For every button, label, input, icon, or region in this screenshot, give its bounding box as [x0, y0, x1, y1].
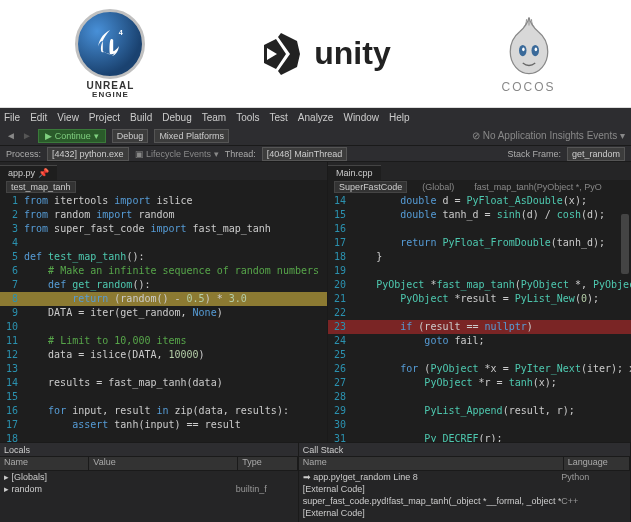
breadcrumb-segment[interactable]: (Global): [417, 181, 459, 193]
code-line[interactable]: 26 for (PyObject *x = PyIter_Next(iter);…: [328, 362, 631, 376]
locals-columns: NameValueType: [0, 457, 298, 471]
tab-app-py[interactable]: app.py 📌: [0, 165, 57, 180]
column-header[interactable]: Language: [564, 457, 630, 470]
menu-build[interactable]: Build: [130, 112, 152, 123]
menu-tools[interactable]: Tools: [236, 112, 259, 123]
breadcrumb-segment[interactable]: SuperFastCode: [334, 181, 407, 193]
callstack-frame[interactable]: super_fast_code.pyd!fast_map_tanh(_objec…: [299, 495, 630, 507]
process-select[interactable]: [4432] python.exe: [47, 147, 129, 161]
code-line[interactable]: 8 return (random() - 0.5) * 3.0: [0, 292, 327, 306]
code-line[interactable]: 16: [328, 222, 631, 236]
code-line[interactable]: 10: [0, 320, 327, 334]
process-label: Process:: [6, 149, 41, 159]
code-line[interactable]: 30: [328, 418, 631, 432]
breadcrumb-segment[interactable]: fast_map_tanh(PyObject *, PyO: [469, 181, 607, 193]
code-line[interactable]: 17 assert tanh(input) == result: [0, 418, 327, 432]
platform-select[interactable]: Mixed Platforms: [154, 129, 229, 143]
code-line[interactable]: 13: [0, 362, 327, 376]
code-line[interactable]: 22: [328, 306, 631, 320]
stack-frame-label: Stack Frame:: [507, 149, 561, 159]
column-header[interactable]: Name: [299, 457, 564, 470]
locals-title: Locals: [0, 443, 298, 457]
unreal-logo-group: 4 UNREAL ENGINE: [75, 9, 145, 99]
column-header[interactable]: Type: [238, 457, 298, 470]
code-line[interactable]: 11 # Limit to 10,000 items: [0, 334, 327, 348]
code-line[interactable]: 18: [0, 432, 327, 442]
callstack-body[interactable]: ➡ app.py!get_random Line 8Python [Extern…: [299, 471, 630, 522]
stack-frame-select[interactable]: get_random: [567, 147, 625, 161]
continue-button[interactable]: ▶ Continue ▾: [38, 129, 106, 143]
locals-body[interactable]: ▸ [Globals]▸ randombuiltin_f: [0, 471, 298, 522]
left-breadcrumb: test_map_tanh: [0, 180, 327, 194]
code-line[interactable]: 25: [328, 348, 631, 362]
symbol-select[interactable]: test_map_tanh: [6, 181, 76, 193]
column-header[interactable]: Value: [89, 457, 238, 470]
thread-select[interactable]: [4048] MainThread: [262, 147, 348, 161]
callstack-frame[interactable]: [External Code]: [299, 483, 630, 495]
lifecycle-events[interactable]: ▣ Lifecycle Events ▾: [135, 149, 219, 159]
cocos-icon: [504, 13, 554, 78]
code-line[interactable]: 19: [328, 264, 631, 278]
menu-file[interactable]: File: [4, 112, 20, 123]
bottom-tool-windows: Locals NameValueType ▸ [Globals]▸ random…: [0, 442, 631, 522]
code-line[interactable]: 24 goto fail;: [328, 334, 631, 348]
code-line[interactable]: 18 }: [328, 250, 631, 264]
locals-panel: Locals NameValueType ▸ [Globals]▸ random…: [0, 443, 299, 522]
tab-main-cpp[interactable]: Main.cpp: [328, 165, 381, 180]
menu-analyze[interactable]: Analyze: [298, 112, 334, 123]
menu-edit[interactable]: Edit: [30, 112, 47, 123]
callstack-frame[interactable]: ➡ app.py!get_random Line 8Python: [299, 471, 630, 483]
code-line[interactable]: 27 PyObject *r = tanh(x);: [328, 376, 631, 390]
code-line[interactable]: 29 PyList_Append(result, r);: [328, 404, 631, 418]
svg-point-4: [534, 47, 537, 51]
callstack-frame[interactable]: [External Code]: [299, 507, 630, 519]
nav-fwd-icon[interactable]: ►: [22, 130, 32, 141]
code-line[interactable]: 21 PyObject *result = PyList_New(0);: [328, 292, 631, 306]
code-line[interactable]: 15: [0, 390, 327, 404]
code-line[interactable]: 17 return PyFloat_FromDouble(tanh_d);: [328, 236, 631, 250]
debug-config[interactable]: Debug: [112, 129, 149, 143]
tab-pin-icon[interactable]: 📌: [38, 168, 49, 178]
locals-row[interactable]: ▸ randombuiltin_f: [0, 483, 298, 495]
code-line[interactable]: 14 double d = PyFloat_AsDouble(x);: [328, 194, 631, 208]
unity-logo-group: unity: [256, 29, 390, 79]
code-line[interactable]: 28: [328, 390, 631, 404]
code-line[interactable]: 1from itertools import islice: [0, 194, 327, 208]
debug-context-bar: Process: [4432] python.exe ▣ Lifecycle E…: [0, 146, 631, 162]
left-editor-pane: app.py 📌 test_map_tanh 1from itertools i…: [0, 162, 328, 442]
code-line[interactable]: 2from random import random: [0, 208, 327, 222]
menu-bar: FileEditViewProjectBuildDebugTeamToolsTe…: [0, 108, 631, 126]
code-line[interactable]: 31 Py_DECREF(r);: [328, 432, 631, 442]
python-code-editor[interactable]: 1from itertools import islice2from rando…: [0, 194, 327, 442]
cpp-code-editor[interactable]: 14 double d = PyFloat_AsDouble(x);15 dou…: [328, 194, 631, 442]
code-line[interactable]: 5def test_map_tanh():: [0, 250, 327, 264]
debug-toolbar: ◄ ► ▶ Continue ▾ Debug Mixed Platforms ⊘…: [0, 126, 631, 146]
code-line[interactable]: 9 DATA = iter(get_random, None): [0, 306, 327, 320]
svg-text:4: 4: [119, 28, 123, 37]
code-line[interactable]: 3from super_fast_code import fast_map_ta…: [0, 222, 327, 236]
callstack-title: Call Stack: [299, 443, 630, 457]
menu-test[interactable]: Test: [270, 112, 288, 123]
scrollbar-thumb[interactable]: [621, 214, 629, 274]
code-line[interactable]: 7 def get_random():: [0, 278, 327, 292]
code-line[interactable]: 20 PyObject *fast_map_tanh(PyObject *, P…: [328, 278, 631, 292]
menu-project[interactable]: Project: [89, 112, 120, 123]
menu-view[interactable]: View: [57, 112, 79, 123]
menu-debug[interactable]: Debug: [162, 112, 191, 123]
nav-back-icon[interactable]: ◄: [6, 130, 16, 141]
code-line[interactable]: 6 # Make an infinite sequence of random …: [0, 264, 327, 278]
code-line[interactable]: 12 data = islice(DATA, 10000): [0, 348, 327, 362]
app-insights-status: ⊘ No Application Insights Events ▾: [472, 130, 625, 141]
code-line[interactable]: 16 for input, result in zip(data, result…: [0, 404, 327, 418]
code-line[interactable]: 23 if (result == nullptr): [328, 320, 631, 334]
column-header[interactable]: Name: [0, 457, 89, 470]
code-line[interactable]: 4: [0, 236, 327, 250]
menu-team[interactable]: Team: [202, 112, 226, 123]
locals-row[interactable]: ▸ [Globals]: [0, 471, 298, 483]
code-line[interactable]: 14 results = fast_map_tanh(data): [0, 376, 327, 390]
menu-window[interactable]: Window: [343, 112, 379, 123]
unreal-label: UNREAL ENGINE: [87, 81, 135, 99]
code-line[interactable]: 15 double tanh_d = sinh(d) / cosh(d);: [328, 208, 631, 222]
logo-banner: 4 UNREAL ENGINE unity COCOS: [0, 0, 631, 108]
menu-help[interactable]: Help: [389, 112, 410, 123]
